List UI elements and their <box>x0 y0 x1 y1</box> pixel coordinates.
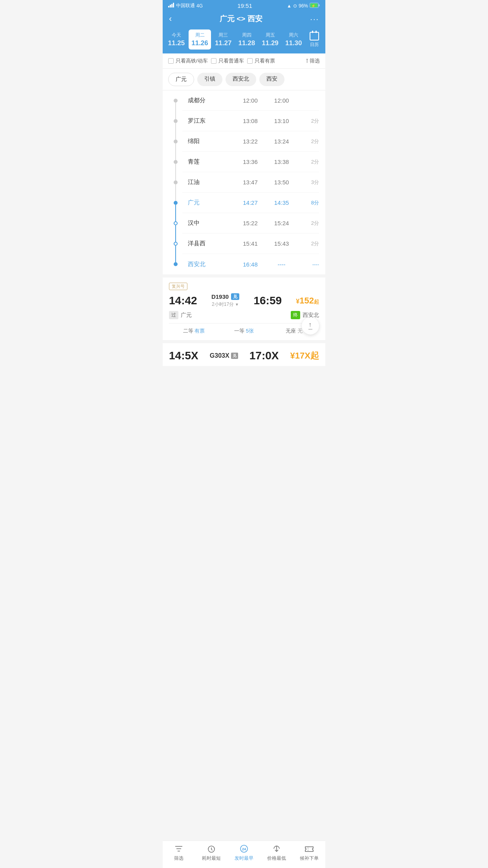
stop-arrive: 13:47 <box>235 179 266 186</box>
stop-dur: 2分 <box>297 220 319 227</box>
scroll-top-icon: ↑― <box>308 321 312 331</box>
ticket-second: 二等 有票 <box>169 327 219 335</box>
station-tab-3[interactable]: 西安 <box>259 73 284 86</box>
stop-dot <box>174 262 178 266</box>
station-tab-0[interactable]: 广元 <box>168 73 194 86</box>
filter-ticket[interactable]: 只看有票 <box>247 57 275 64</box>
next-price: ¥17X起 <box>290 350 319 362</box>
svg-text:⚡: ⚡ <box>311 4 316 8</box>
dropdown-icon[interactable]: ▼ <box>235 302 239 307</box>
stop-arrive: 16:48 <box>235 261 266 268</box>
filter-gaotie[interactable]: 只看高铁/动车 <box>168 57 208 64</box>
station-tabs: 广元 引镇 西安北 西安 <box>163 69 325 90</box>
line-top <box>175 172 176 180</box>
status-left: 中国联通 4G <box>168 2 203 9</box>
date-item-2[interactable]: 周三 11.27 <box>212 29 235 50</box>
stop-yangxian: 洋县西 15:41 15:43 2分 <box>163 234 325 254</box>
stop-mianyang: 绵阳 13:22 13:24 2分 <box>163 131 325 152</box>
carrier-label: 中国联通 <box>176 2 195 9</box>
stop-name: 广元 <box>188 199 235 206</box>
stop-depart: 13:10 <box>266 118 297 124</box>
gaotie-label: 只看高铁/动车 <box>176 57 208 64</box>
line-top <box>175 193 176 201</box>
date-item-5[interactable]: 周六 11.30 <box>282 29 305 50</box>
date-item-1[interactable]: 周二 11.26 <box>189 29 211 50</box>
network-label: 4G <box>196 3 203 9</box>
route-stops: 成都分 12:00 12:00 罗江东 13:08 13:10 2分 绵阳 13… <box>163 90 325 274</box>
line-bottom <box>175 246 176 254</box>
stop-dot <box>174 201 178 205</box>
stop-name: 罗江东 <box>188 117 235 125</box>
date-item-3[interactable]: 周四 11.28 <box>235 29 258 50</box>
station-tab-2[interactable]: 西安北 <box>226 73 256 86</box>
svg-rect-3 <box>173 3 174 7</box>
line-top <box>175 111 176 119</box>
train-depart-time: 14:42 <box>169 294 197 307</box>
date-item-0[interactable]: 今天 11.25 <box>165 29 188 50</box>
battery-percent: 96% <box>299 3 308 9</box>
next-train-card[interactable]: 14:5X G303X 兑 17:0X ¥17X起 <box>163 343 325 366</box>
more-button[interactable]: ··· <box>310 15 319 24</box>
stop-dur: 8分 <box>297 199 319 206</box>
calendar-icon <box>310 32 319 40</box>
line-bottom <box>175 143 176 152</box>
status-time: 19:51 <box>237 2 252 9</box>
ticket-first: 一等 5张 <box>219 327 269 335</box>
ticket-label: 只看有票 <box>255 57 275 64</box>
stop-dur: 2分 <box>297 138 319 145</box>
line-bottom <box>175 225 176 234</box>
line-top <box>175 131 176 140</box>
gaotie-checkbox[interactable] <box>168 58 174 64</box>
line-bottom <box>175 184 176 193</box>
location-icon: ▲ <box>287 3 292 9</box>
line-bottom <box>175 266 176 274</box>
train-card-d1930[interactable]: 复兴号 14:42 D1930 兑 2小时17分 ▼ 16:59 ¥152起 过… <box>163 278 325 340</box>
train-price-from: 起 <box>314 299 319 305</box>
stop-arrive: 15:22 <box>235 220 266 226</box>
filter-btn-label: 筛选 <box>310 57 320 64</box>
next-arrive-time: 17:0X <box>250 349 279 362</box>
price-currency: ¥ <box>296 298 299 305</box>
stop-chengdu: 成都分 12:00 12:00 <box>163 90 325 111</box>
putong-checkbox[interactable] <box>211 58 216 64</box>
filter-putong[interactable]: 只看普通车 <box>211 57 244 64</box>
line-top <box>175 254 176 262</box>
stop-dot <box>174 180 178 184</box>
calendar-button[interactable]: 日历 <box>306 32 323 48</box>
train-duration: 2小时17分 ▼ <box>211 301 239 308</box>
signal-icon <box>168 3 174 9</box>
stop-dot <box>174 160 178 164</box>
stop-dur: 2分 <box>297 158 319 166</box>
line-bottom <box>175 123 176 131</box>
stop-hanzhong: 汉中 15:22 15:24 2分 <box>163 213 325 234</box>
stop-xianbei: 西安北 16:48 ---- ---- <box>163 254 325 274</box>
filter-button[interactable]: ⊺ 筛选 <box>306 57 320 64</box>
battery-icon: ⚡ <box>310 3 320 9</box>
stop-dot <box>174 242 178 246</box>
stop-name: 西安北 <box>188 261 235 268</box>
stop-dur: 3分 <box>297 179 319 186</box>
stop-depart: 13:38 <box>266 158 297 165</box>
lock-icon: ⊙ <box>293 3 297 9</box>
train-arrive-time: 16:59 <box>253 294 282 307</box>
next-train-number: G303X 兑 <box>210 352 238 359</box>
stop-guangyuan: 广元 14:27 14:35 8分 <box>163 193 325 213</box>
train-sub-info: 过 广元 终 西安北 <box>169 311 319 319</box>
train-price-value: 152 <box>299 296 314 305</box>
stop-arrive: 13:36 <box>235 158 266 165</box>
stop-dur: 2分 <box>297 118 319 125</box>
date-item-4[interactable]: 周五 11.29 <box>259 29 282 50</box>
stop-dot <box>174 140 178 143</box>
ticket-checkbox[interactable] <box>247 58 253 64</box>
scroll-top-button[interactable]: ↑― <box>302 317 319 335</box>
line-top <box>175 90 176 99</box>
stop-dot <box>174 221 178 225</box>
svg-rect-1 <box>170 5 171 7</box>
status-right: ▲ ⊙ 96% ⚡ <box>287 3 320 9</box>
stop-arrive: 15:41 <box>235 240 266 247</box>
station-tab-1[interactable]: 引镇 <box>197 73 222 86</box>
back-button[interactable]: ‹ <box>169 14 172 24</box>
calendar-label: 日历 <box>310 42 319 48</box>
stop-dur: ---- <box>297 261 319 267</box>
stop-depart: 13:50 <box>266 179 297 186</box>
